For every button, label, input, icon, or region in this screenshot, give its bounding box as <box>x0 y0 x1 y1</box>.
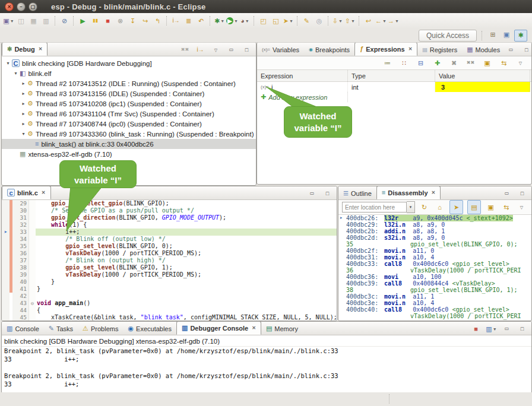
code-text[interactable]: /* Set the GPIO as a push/pull output */ <box>36 207 337 214</box>
close-tab-icon[interactable]: ✕ <box>39 46 43 52</box>
tab-registers[interactable]: ||||Registers <box>417 43 462 56</box>
minimize-button[interactable]: ▭ <box>501 188 512 199</box>
close-tab-icon[interactable]: ✕ <box>408 46 413 52</box>
minimize-window-button[interactable]: − <box>17 2 26 11</box>
disasm-row[interactable]: 400dbc40:call8 0x400dc6c0 <gpio_set_leve… <box>338 306 531 313</box>
code-text[interactable] <box>36 293 337 300</box>
disasm-row[interactable]: 38gpio_set_level(BLINK_GPIO, 1); <box>338 287 531 293</box>
column-header-expression[interactable]: Expression <box>257 70 348 81</box>
tab-memory[interactable]: ▤Memory <box>261 322 303 335</box>
maximize-button[interactable]: □ <box>517 323 528 335</box>
code-text[interactable]: /* Blink on (output high) */ <box>36 257 337 264</box>
code-text[interactable]: while(1) { <box>36 221 337 229</box>
tab-console[interactable]: ▥Console <box>2 322 44 335</box>
close-tab-icon[interactable]: ✕ <box>432 190 436 195</box>
last-edit-button[interactable]: ↩ <box>363 15 374 27</box>
code-area[interactable]: 29 gpio_pad_select_gpio(BLINK_GPIO);30 /… <box>2 200 337 321</box>
expand-arrow-icon[interactable]: ▾ <box>12 71 20 76</box>
external-tools-button[interactable]: ➤▼ <box>283 15 294 27</box>
save-button[interactable]: ◫ <box>15 15 27 27</box>
remove-all-expressions-button[interactable]: ✖✖ <box>465 57 476 69</box>
code-text[interactable]: } <box>36 278 337 286</box>
maximize-button[interactable]: □ <box>521 44 532 56</box>
open-project-button[interactable]: ◰ <box>258 15 269 27</box>
tab-debugger-console[interactable]: ▥Debugger Console✕ <box>176 321 261 335</box>
instruction-stepping-button[interactable]: i→ <box>170 15 182 27</box>
tree-row[interactable]: ▦xtensa-esp32-elf-gdb (7.10) <box>2 149 256 159</box>
quick-access-button[interactable]: Quick Access <box>419 30 477 42</box>
maximize-button[interactable]: □ <box>322 188 333 199</box>
run-menu-button[interactable]: ▶▼ <box>226 15 238 27</box>
dropdown-arrow-icon[interactable]: ▼ <box>351 19 355 23</box>
breakpoint-ruler-cell[interactable] <box>2 221 10 229</box>
code-text[interactable]: i++; <box>36 229 337 236</box>
tab-disassembly[interactable]: ≡Disassembly✕ <box>376 186 441 199</box>
code-text[interactable]: void app_main() <box>36 300 337 307</box>
disasm-row[interactable]: 400dbc36:movi a10, 100 <box>338 274 531 280</box>
code-text[interactable]: xTaskCreate(&blink_task, "blink_task", c… <box>36 314 337 321</box>
breakpoint-ruler-cell[interactable] <box>2 307 10 314</box>
disasm-row[interactable]: 400dbc2d:s32i.n a8, a9, 0 <box>338 234 531 241</box>
suspend-button[interactable]: ▮▮ <box>90 15 101 27</box>
tab-expressions[interactable]: ƒExpressions✕ <box>354 42 417 56</box>
close-tab-icon[interactable]: ✕ <box>252 325 256 331</box>
breakpoint-ruler-cell[interactable] <box>2 271 10 278</box>
maximize-button[interactable]: □ <box>241 44 252 56</box>
tab-executables[interactable]: ◉Executables <box>123 322 176 335</box>
breakpoint-ruler-cell[interactable] <box>2 257 10 264</box>
collapse-all-button[interactable]: ⊟ <box>415 57 426 69</box>
minimize-button[interactable]: ▭ <box>226 44 237 56</box>
add-new-expression-row[interactable]: ✚Add new expression <box>257 92 531 102</box>
fold-marker[interactable]: ⊖ <box>28 300 36 307</box>
tab-breakpoints[interactable]: ◉Breakpoints <box>304 43 354 56</box>
breakpoint-ruler-cell[interactable] <box>2 250 10 257</box>
tree-row[interactable]: ▾Cblink checking [GDB Hardware Debugging… <box>2 58 256 68</box>
terminate-console-button[interactable]: ■ <box>470 323 482 335</box>
dropdown-arrow-icon[interactable]: ▼ <box>338 19 343 23</box>
disasm-row[interactable]: 400dbc2f:movi.n a11, 0 <box>338 248 531 254</box>
open-file-button[interactable]: ◱ <box>270 15 281 27</box>
dropdown-arrow-icon[interactable]: ▼ <box>234 19 238 23</box>
code-text[interactable]: gpio_set_level(BLINK_GPIO, 0); <box>36 243 337 250</box>
mark-occurrences-button[interactable]: ✎ <box>301 15 312 27</box>
show-source-toggle-button[interactable]: ▤ <box>467 200 481 214</box>
location-combo[interactable]: Enter location here <box>342 202 407 212</box>
code-text[interactable]: gpio_pad_select_gpio(BLINK_GPIO); <box>36 200 337 207</box>
tab-outline[interactable]: ☰Outline <box>338 187 376 199</box>
view-menu-button[interactable]: ▽ <box>210 44 221 56</box>
tab-modules[interactable]: ▦Modules <box>462 43 505 56</box>
dropdown-arrow-icon[interactable]: ▼ <box>395 19 399 23</box>
new-view-button[interactable]: ▣ <box>485 201 496 213</box>
code-text[interactable]: vTaskDelay(1000 / portTICK_PERIOD_MS); <box>36 271 337 278</box>
disasm-row[interactable]: ➤400dbc26:l32r a9, 0x400d045c <_stext+10… <box>338 215 531 221</box>
expand-arrow-icon[interactable]: ▸ <box>20 81 27 86</box>
minimize-button[interactable]: ▭ <box>306 188 318 199</box>
skip-breakpoints-button[interactable]: ⊘ <box>59 15 70 27</box>
expression-row[interactable]: (x)=iint3 <box>257 82 531 92</box>
tree-row[interactable]: ▾◧blink.elf <box>2 68 256 78</box>
code-text[interactable]: } <box>36 286 337 293</box>
new-wizard-button[interactable]: ▣▼ <box>3 15 14 27</box>
display-console-button[interactable]: ▥▼ <box>486 323 497 335</box>
disasm-row[interactable]: 35gpio_set_level(BLINK_GPIO, 0); <box>338 241 531 248</box>
tree-row[interactable]: ▸⚙Thread #2 1073413512 (IDLE : Running) … <box>2 78 256 88</box>
close-tab-icon[interactable]: ✕ <box>42 190 46 195</box>
step-into-button[interactable]: ↧ <box>127 15 138 27</box>
open-perspective-button[interactable]: ⊞ <box>487 30 499 40</box>
location-combo-dropdown[interactable]: ▼ <box>407 201 415 213</box>
breakpoint-ruler-cell[interactable] <box>2 214 10 221</box>
tree-row[interactable]: ≡blink_task() at blink.c:33 0x400dbc26 <box>2 139 256 149</box>
link-view-button[interactable]: ⇆ <box>501 201 512 213</box>
save-all-button[interactable]: ▦ <box>28 15 39 27</box>
expand-arrow-icon[interactable]: ▸ <box>20 91 27 96</box>
step-filters-button[interactable]: ≣ <box>183 15 194 27</box>
debug-menu-button[interactable]: ✱▼ <box>214 15 225 27</box>
minimize-button[interactable]: ▭ <box>505 44 517 56</box>
refresh-button[interactable]: ↻ <box>419 201 430 213</box>
terminate-button[interactable]: ■ <box>102 15 113 27</box>
remove-expression-button[interactable]: ✖ <box>448 57 460 69</box>
breakpoint-ruler-cell[interactable] <box>2 293 10 300</box>
breakpoint-ruler-cell[interactable] <box>2 236 10 243</box>
next-annotation-button[interactable]: ⇩▼ <box>332 15 343 27</box>
add-expression-button[interactable]: ✚ <box>432 57 443 69</box>
